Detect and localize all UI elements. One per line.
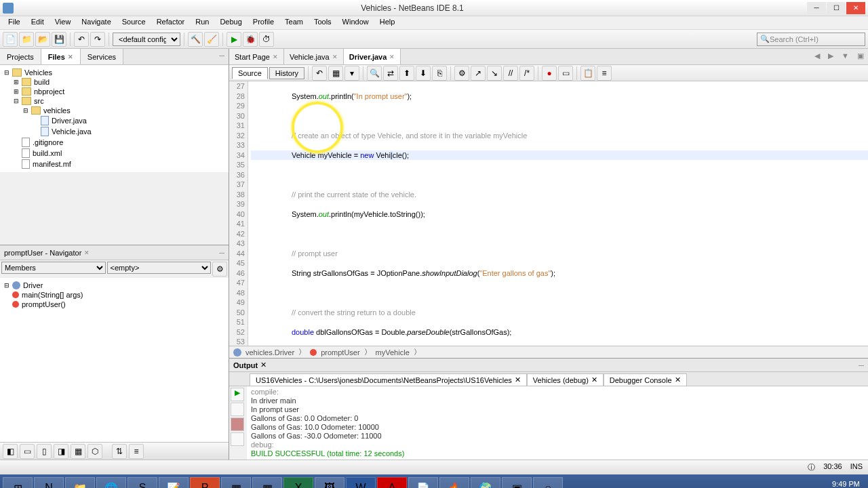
ed-btn-8[interactable]: ⎘ [432, 66, 447, 81]
menu-refactor[interactable]: Refactor [151, 16, 191, 29]
nav-btn-4[interactable]: ◨ [54, 444, 68, 459]
bc-class[interactable]: vehicles.Driver [245, 348, 294, 357]
nav-main[interactable]: main(String[] args) [12, 290, 226, 300]
bc-method[interactable]: promptUser [321, 348, 359, 357]
mode-history[interactable]: History [269, 67, 304, 79]
menu-profile[interactable]: Profile [248, 16, 279, 29]
code-editor[interactable]: 2728293031323334353637383940414243444546… [229, 81, 868, 346]
task-onenote[interactable]: N [34, 477, 64, 488]
tab-list-icon[interactable]: ▼ [837, 49, 853, 64]
start-button[interactable]: ⊞ [3, 477, 33, 488]
menu-view[interactable]: View [50, 16, 77, 29]
output-tab-2[interactable]: Vehicles (debug)✕ [527, 373, 604, 386]
close-icon[interactable]: ✕ [591, 375, 597, 384]
tree-pkg[interactable]: ⊟vehicles [22, 106, 226, 115]
task-app2[interactable]: ▦ [252, 477, 282, 488]
close-icon[interactable]: ✕ [515, 375, 521, 384]
menu-run[interactable]: Run [190, 16, 214, 29]
new-file-button[interactable]: 📄 [3, 32, 18, 47]
task-explorer[interactable]: 📁 [65, 477, 95, 488]
filter-icon[interactable]: ⚙ [212, 262, 227, 277]
out-run-icon[interactable]: ▶ [231, 388, 244, 401]
close-icon[interactable]: ✕ [84, 249, 90, 256]
ed-btn-13[interactable]: /* [519, 66, 534, 81]
nav-btn-7[interactable]: ⇅ [112, 444, 127, 459]
task-powerpoint[interactable]: P [190, 477, 220, 488]
config-select[interactable]: <default config> [113, 33, 180, 46]
open-button[interactable]: 📂 [35, 32, 50, 47]
new-project-button[interactable]: 📁 [19, 32, 34, 47]
nav-class[interactable]: ⊟Driver [3, 281, 226, 290]
close-button[interactable]: ✕ [846, 2, 865, 14]
members-select[interactable]: Members [1, 262, 106, 274]
task-word[interactable]: W [346, 477, 376, 488]
ed-btn-10[interactable]: ↗ [471, 66, 486, 81]
out-btn-4[interactable] [231, 432, 244, 446]
tree-driver[interactable]: Driver.java [31, 115, 226, 126]
ed-btn-1[interactable]: ↶ [312, 66, 327, 81]
minimize-pane-icon[interactable]: ─ [215, 49, 229, 64]
minimize-button[interactable]: ─ [807, 2, 826, 14]
tree-src[interactable]: ⊟src [12, 96, 226, 106]
tree-build[interactable]: ⊞build [12, 77, 226, 87]
ed-btn-16[interactable]: ≡ [597, 66, 612, 81]
output-text[interactable]: compile: In driver main In prompt user G… [247, 386, 868, 460]
task-chrome[interactable]: 🌐 [96, 477, 126, 488]
nav-prompt[interactable]: promptUser() [12, 300, 226, 309]
tab-vehicle-java[interactable]: Vehicle.java✕ [284, 49, 344, 64]
menu-debug[interactable]: Debug [214, 16, 247, 29]
ed-btn-11[interactable]: ↘ [487, 66, 502, 81]
clean-build-button[interactable]: 🧹 [204, 32, 219, 47]
tab-nav-right-icon[interactable]: ▶ [824, 49, 837, 64]
tab-files[interactable]: Files✕ [41, 49, 81, 64]
maximize-icon[interactable]: ▣ [853, 49, 868, 64]
task-excel[interactable]: X [283, 477, 313, 488]
undo-button[interactable]: ↶ [74, 32, 89, 47]
menu-window[interactable]: Window [337, 16, 374, 29]
menu-file[interactable]: File [3, 16, 26, 29]
tab-services[interactable]: Services [81, 49, 123, 64]
task-app1[interactable]: ▦ [221, 477, 251, 488]
ed-btn-5[interactable]: ⇄ [383, 66, 398, 81]
nav-btn-6[interactable]: ⬡ [87, 444, 102, 459]
menu-team[interactable]: Team [279, 16, 309, 29]
build-button[interactable]: 🔨 [188, 32, 203, 47]
search-input[interactable]: 🔍 Search (Ctrl+I) [757, 33, 865, 46]
ed-btn-7[interactable]: ⬇ [416, 66, 431, 81]
close-icon[interactable]: ✕ [68, 54, 73, 60]
notification-icon[interactable]: ⓘ [808, 462, 815, 472]
output-tab-3[interactable]: Debugger Console✕ [604, 373, 687, 386]
ed-btn-2[interactable]: ▦ [328, 66, 343, 81]
task-app3[interactable]: 📄 [408, 477, 438, 488]
close-icon[interactable]: ✕ [332, 54, 338, 60]
task-app4[interactable]: 🌍 [471, 477, 500, 488]
menu-tools[interactable]: Tools [309, 16, 337, 29]
ed-btn-9[interactable]: ⚙ [454, 66, 469, 81]
code-area[interactable]: System.out.println("In prompt user"); //… [248, 81, 868, 346]
tab-nav-left-icon[interactable]: ◀ [810, 49, 824, 64]
task-firefox[interactable]: 🔥 [439, 477, 469, 488]
out-stop-icon[interactable] [231, 418, 244, 431]
save-all-button[interactable]: 💾 [52, 32, 66, 47]
tree-manifest[interactable]: manifest.mf [12, 159, 226, 169]
profile-button[interactable]: ⏱ [259, 32, 274, 47]
redo-button[interactable]: ↷ [90, 32, 105, 47]
output-tab-1[interactable]: US16Vehicles - C:\Users\jonesb\Documents… [250, 373, 527, 386]
nav-btn-5[interactable]: ▦ [71, 444, 85, 459]
tree-root[interactable]: ⊟Vehicles [3, 68, 226, 77]
nav-btn-2[interactable]: ▭ [20, 444, 35, 459]
tree-nbproject[interactable]: ⊞nbproject [12, 87, 226, 96]
system-tray[interactable]: 9:49 PM5/28/2016 [821, 480, 865, 488]
task-skype[interactable]: S [127, 477, 157, 488]
minimize-pane-icon[interactable]: ─ [219, 249, 224, 257]
nav-btn-8[interactable]: ≡ [129, 444, 144, 459]
task-app5[interactable]: ○ [533, 477, 563, 488]
tab-start-page[interactable]: Start Page✕ [229, 49, 284, 64]
menu-source[interactable]: Source [117, 16, 151, 29]
bc-var[interactable]: myVehicle [376, 348, 410, 357]
task-netbeans[interactable]: ▣ [502, 477, 532, 488]
minimize-pane-icon[interactable]: ─ [859, 361, 864, 369]
nav-btn-3[interactable]: ▯ [37, 444, 52, 459]
ed-btn-3[interactable]: ▾ [344, 66, 359, 81]
menu-navigate[interactable]: Navigate [76, 16, 116, 29]
